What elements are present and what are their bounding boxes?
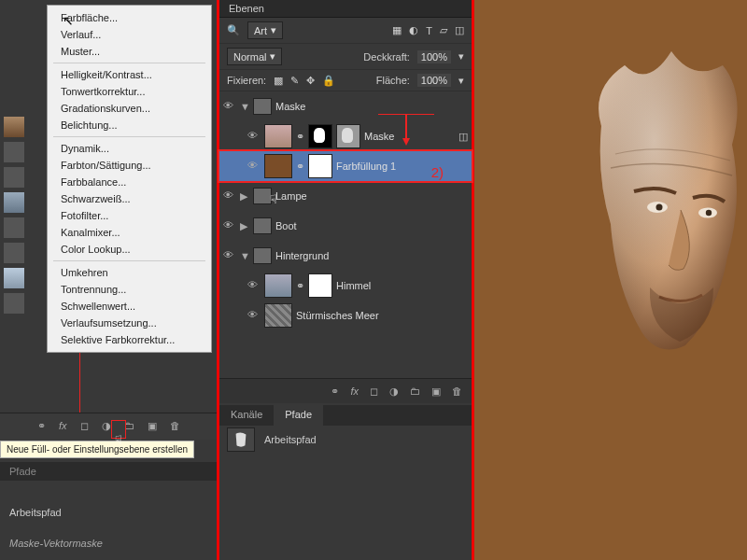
link-icon[interactable]: ⚭: [296, 131, 304, 143]
mask-path-name: Maske-Vektormaske: [9, 538, 103, 549]
menu-gradmap[interactable]: Verlaufsumsetzung...: [48, 315, 211, 331]
visibility-icon[interactable]: 👁: [247, 279, 261, 292]
menu-levels[interactable]: Tonwertkorrektur...: [48, 83, 211, 100]
fx-icon[interactable]: fx: [350, 385, 359, 397]
path-row[interactable]: Arbeitspfad: [219, 424, 472, 455]
menu-selectivecolor[interactable]: Selektive Farbkorrektur...: [48, 331, 211, 348]
filter-kind[interactable]: Art ▾: [247, 21, 283, 39]
link-icon[interactable]: ⚭: [296, 280, 304, 292]
vector-mask-thumb[interactable]: [336, 124, 360, 148]
layer-group-boot[interactable]: 👁 ▶ Boot: [219, 211, 472, 241]
tab-paths[interactable]: Pfade: [0, 463, 46, 480]
mask-icon[interactable]: ◻: [370, 385, 378, 398]
lock-transparent-icon[interactable]: ▩: [274, 75, 283, 87]
menu-colorlookup[interactable]: Color Lookup...: [48, 241, 211, 258]
folder-icon[interactable]: [4, 243, 24, 263]
folder-icon[interactable]: 🗀: [410, 385, 420, 397]
folder-icon[interactable]: [4, 217, 24, 238]
link-icon[interactable]: ⚭: [331, 385, 339, 398]
menu-gradient[interactable]: Verlauf...: [48, 26, 211, 43]
link-icon[interactable]: ⚭: [296, 161, 304, 173]
trash-icon[interactable]: 🗑: [452, 385, 462, 397]
menu-threshold[interactable]: Schwellenwert...: [48, 298, 211, 315]
tab-channels[interactable]: Kanäle: [219, 405, 274, 426]
mask-icon[interactable]: ◻: [80, 420, 89, 433]
path-thumb: [227, 427, 255, 452]
menu-invert[interactable]: Umkehren: [48, 264, 211, 281]
panel-title: Ebenen: [219, 0, 472, 18]
menu-brightness[interactable]: Helligkeit/Kontrast...: [48, 66, 211, 83]
menu-bw[interactable]: Schwarzweiß...: [48, 190, 211, 207]
filter-shape-icon[interactable]: ▱: [440, 24, 447, 36]
layer-thumb[interactable]: [264, 154, 292, 178]
folder-icon[interactable]: [4, 167, 24, 188]
history-thumb[interactable]: [4, 268, 24, 288]
layer-mask-thumb[interactable]: [308, 124, 332, 148]
menu-pattern[interactable]: Muster...: [48, 43, 211, 60]
canvas-head-image: [583, 37, 747, 355]
layer-label: Hintergrund: [275, 250, 329, 261]
menu-vibrance[interactable]: Dynamik...: [48, 140, 211, 157]
layer-mask-thumb[interactable]: [308, 154, 332, 178]
filter-pixel-icon[interactable]: ▦: [392, 24, 402, 36]
layer-label: Boot: [275, 220, 297, 231]
tab-paths[interactable]: Pfade: [274, 405, 323, 426]
new-icon[interactable]: ▣: [148, 420, 157, 433]
svg-point-4: [656, 204, 663, 211]
adjustment-icon[interactable]: ◑: [102, 420, 111, 433]
fill-value[interactable]: 100%: [417, 74, 451, 87]
layer-group-lampe[interactable]: 👁 ▶ Lampe: [219, 181, 472, 211]
disclosure-icon[interactable]: ▶: [240, 220, 249, 232]
filter-icon[interactable]: ◫: [458, 131, 468, 143]
lock-move-icon[interactable]: ✥: [306, 75, 315, 87]
layer-label: Farbfüllung 1: [336, 161, 396, 172]
history-thumb[interactable]: [4, 192, 24, 213]
folder-icon[interactable]: [4, 293, 24, 314]
layer-himmel[interactable]: 👁 ⚭ Himmel: [219, 271, 472, 301]
menu-photofilter[interactable]: Fotofilter...: [48, 207, 211, 224]
menu-colorbalance[interactable]: Farbbalance...: [48, 174, 211, 190]
filter-type-icon[interactable]: T: [426, 25, 432, 36]
layer-thumb[interactable]: [264, 303, 292, 328]
opacity-label: Deckkraft:: [363, 51, 410, 63]
visibility-icon[interactable]: 👁: [247, 160, 261, 173]
visibility-icon[interactable]: 👁: [223, 100, 236, 113]
layer-meer[interactable]: 👁 Stürmisches Meer: [219, 301, 472, 330]
layer-label: Maske: [275, 101, 305, 112]
layer-thumb[interactable]: [264, 273, 292, 298]
layer-mask-thumb[interactable]: [308, 273, 332, 298]
filter-smart-icon[interactable]: ◫: [455, 24, 464, 36]
menu-curves[interactable]: Gradationskurven...: [48, 100, 211, 117]
visibility-icon[interactable]: 👁: [223, 189, 236, 203]
disclosure-icon[interactable]: ▼: [240, 250, 249, 261]
hand-cursor-icon: ☟: [270, 192, 277, 206]
blend-mode[interactable]: Normal ▾: [227, 48, 282, 65]
link-icon[interactable]: ⚭: [37, 420, 46, 433]
menu-channelmixer[interactable]: Kanalmixer...: [48, 224, 211, 241]
search-icon[interactable]: 🔍: [227, 24, 240, 36]
trash-icon[interactable]: 🗑: [170, 420, 180, 433]
disclosure-icon[interactable]: ▶: [240, 190, 249, 203]
visibility-icon[interactable]: 👁: [223, 249, 236, 262]
filter-adjust-icon[interactable]: ◐: [409, 24, 418, 36]
history-thumb[interactable]: [4, 117, 24, 137]
menu-hue[interactable]: Farbton/Sättigung...: [48, 157, 211, 174]
menu-posterize[interactable]: Tontrennung...: [48, 281, 211, 298]
lock-all-icon[interactable]: 🔒: [322, 75, 335, 87]
layer-thumb[interactable]: [264, 124, 292, 148]
lock-label: Fixieren:: [227, 75, 266, 86]
disclosure-icon[interactable]: ▼: [240, 101, 249, 112]
folder-icon[interactable]: [4, 142, 24, 162]
menu-exposure[interactable]: Belichtung...: [48, 117, 211, 133]
opacity-value[interactable]: 100%: [417, 50, 451, 63]
visibility-icon[interactable]: 👁: [223, 219, 236, 232]
layers-footer-bar: ⚭ fx ◻ ◑ 🗀 ▣ 🗑: [219, 378, 472, 403]
visibility-icon[interactable]: 👁: [247, 130, 261, 143]
lock-paint-icon[interactable]: ✎: [290, 75, 299, 87]
layer-group-hintergrund[interactable]: 👁 ▼ Hintergrund: [219, 241, 472, 271]
visibility-icon[interactable]: 👁: [247, 309, 261, 322]
adjustment-icon[interactable]: ◑: [389, 385, 399, 398]
fx-icon[interactable]: fx: [59, 420, 67, 433]
fill-label: Fläche:: [376, 75, 410, 86]
new-icon[interactable]: ▣: [431, 385, 441, 398]
